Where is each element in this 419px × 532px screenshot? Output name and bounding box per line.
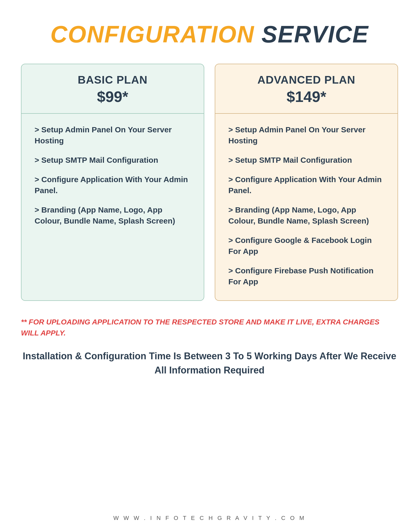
advanced-plan-name: ADVANCED PLAN — [220, 74, 392, 86]
installation-text: Installation & Configuration Time Is Bet… — [21, 349, 398, 377]
advanced-plan-features: > Setup Admin Panel On Your Server Hosti… — [215, 114, 398, 300]
basic-plan-price: $99* — [27, 88, 199, 105]
basic-feature-1: > Setup Admin Panel On Your Server Hosti… — [35, 124, 191, 146]
basic-plan-name: BASIC PLAN — [27, 74, 199, 86]
title-service: SERVICE — [255, 21, 369, 47]
advanced-feature-3: > Configure Application With Your Admin … — [228, 174, 384, 196]
plans-container: BASIC PLAN $99* > Setup Admin Panel On Y… — [21, 64, 398, 301]
basic-plan-card: BASIC PLAN $99* > Setup Admin Panel On Y… — [21, 64, 204, 301]
basic-feature-4: > Branding (App Name, Logo, App Colour, … — [35, 204, 191, 226]
basic-plan-features: > Setup Admin Panel On Your Server Hosti… — [21, 114, 204, 240]
title-configuration: CONFIGURATION — [50, 21, 254, 47]
advanced-feature-6: > Configure Firebase Push Notification F… — [228, 265, 384, 287]
installation-note: Installation & Configuration Time Is Bet… — [21, 349, 398, 377]
basic-feature-3: > Configure Application With Your Admin … — [35, 174, 191, 196]
disclaimer-text: ** FOR UPLOADING APPLICATION TO THE RESP… — [21, 317, 398, 339]
basic-feature-2: > Setup SMTP Mail Configuration — [35, 155, 191, 166]
advanced-plan-card: ADVANCED PLAN $149* > Setup Admin Panel … — [215, 64, 398, 301]
advanced-feature-5: > Configure Google & Facebook Login For … — [228, 235, 384, 257]
advanced-plan-header: ADVANCED PLAN $149* — [215, 64, 398, 114]
basic-plan-header: BASIC PLAN $99* — [21, 64, 204, 114]
page-title: CONFIGURATION SERVICE — [50, 21, 368, 48]
advanced-feature-2: > Setup SMTP Mail Configuration — [228, 155, 384, 166]
advanced-feature-4: > Branding (App Name, Logo, App Colour, … — [228, 204, 384, 226]
website-footer: W W W . I N F O T E C H G R A V I T Y . … — [113, 515, 306, 522]
advanced-feature-1: > Setup Admin Panel On Your Server Hosti… — [228, 124, 384, 146]
website-url: W W W . I N F O T E C H G R A V I T Y . … — [113, 515, 306, 521]
disclaimer: ** FOR UPLOADING APPLICATION TO THE RESP… — [21, 317, 398, 339]
advanced-plan-price: $149* — [220, 88, 392, 105]
